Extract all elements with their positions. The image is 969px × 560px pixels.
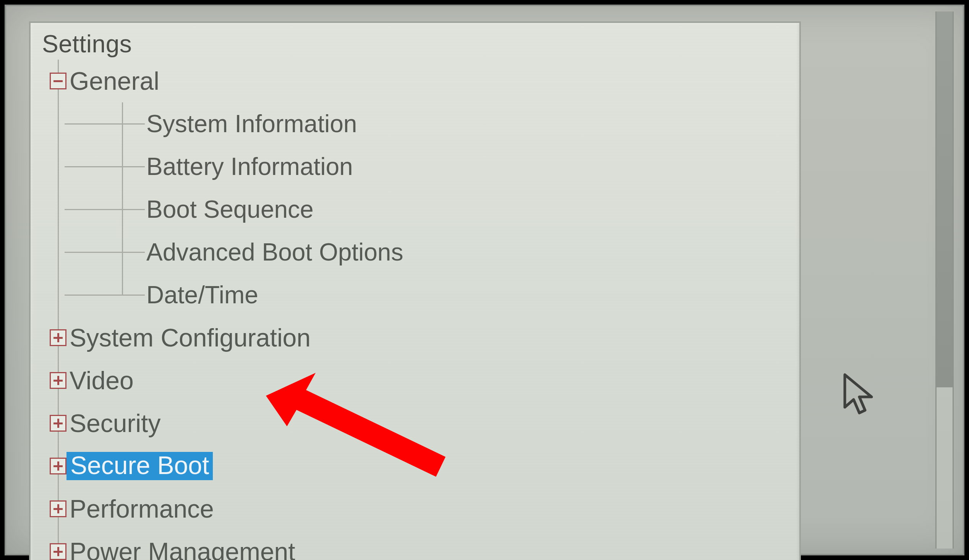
tree-node-security[interactable]: Security: [43, 402, 788, 445]
tree-node-label[interactable]: Security: [67, 410, 163, 436]
general-children: System Information Battery Information B…: [43, 102, 788, 316]
tree-node-label[interactable]: System Configuration: [67, 325, 314, 350]
tree-item-system-information[interactable]: System Information: [43, 102, 788, 145]
tree-node-label[interactable]: Power Management: [67, 539, 298, 560]
tree-item-label[interactable]: Date/Time: [147, 281, 258, 309]
tree-item-battery-information[interactable]: Battery Information: [43, 145, 788, 188]
tree-trunk-line: [58, 60, 59, 560]
tree-item-label[interactable]: System Information: [147, 110, 357, 138]
expand-icon[interactable]: [50, 543, 67, 560]
tree-root-label[interactable]: Settings: [42, 30, 788, 58]
tree-item-date-time[interactable]: Date/Time: [43, 274, 788, 316]
vertical-scrollbar[interactable]: [936, 12, 954, 548]
tree-node-label[interactable]: General: [67, 68, 162, 93]
screenshot-frame: Settings General Sy: [0, 0, 969, 560]
tree-child-trunk: [122, 102, 123, 295]
tree-node-performance[interactable]: Performance: [43, 487, 788, 530]
tree-item-boot-sequence[interactable]: Boot Sequence: [43, 188, 788, 231]
tree-node-label[interactable]: Performance: [67, 496, 217, 522]
tree-node-video[interactable]: Video: [43, 359, 788, 402]
tree-node-power-management[interactable]: Power Management: [43, 530, 788, 560]
tree-node-system-configuration[interactable]: System Configuration: [43, 316, 788, 359]
window-border: Settings General Sy: [5, 5, 964, 555]
tree-item-label[interactable]: Advanced Boot Options: [147, 238, 403, 266]
expand-icon[interactable]: [50, 500, 67, 517]
expand-icon[interactable]: [50, 372, 67, 389]
settings-tree-panel: Settings General Sy: [29, 22, 801, 560]
tree-node-label-selected[interactable]: Secure Boot: [67, 452, 213, 480]
tree-node-label[interactable]: Video: [67, 368, 137, 393]
expand-icon[interactable]: [50, 458, 67, 474]
scrollbar-thumb[interactable]: [937, 12, 952, 387]
expand-icon[interactable]: [50, 329, 67, 346]
settings-tree: General System Information Battery Infor…: [43, 60, 788, 560]
mouse-cursor-icon: [843, 373, 877, 419]
tree-item-advanced-boot-options[interactable]: Advanced Boot Options: [43, 231, 788, 274]
expand-icon[interactable]: [50, 415, 67, 432]
tree-node-general[interactable]: General: [43, 60, 788, 102]
tree-item-label[interactable]: Boot Sequence: [147, 195, 314, 223]
tree-node-secure-boot[interactable]: Secure Boot: [43, 445, 788, 487]
collapse-icon[interactable]: [50, 73, 67, 90]
tree-item-label[interactable]: Battery Information: [147, 153, 353, 181]
